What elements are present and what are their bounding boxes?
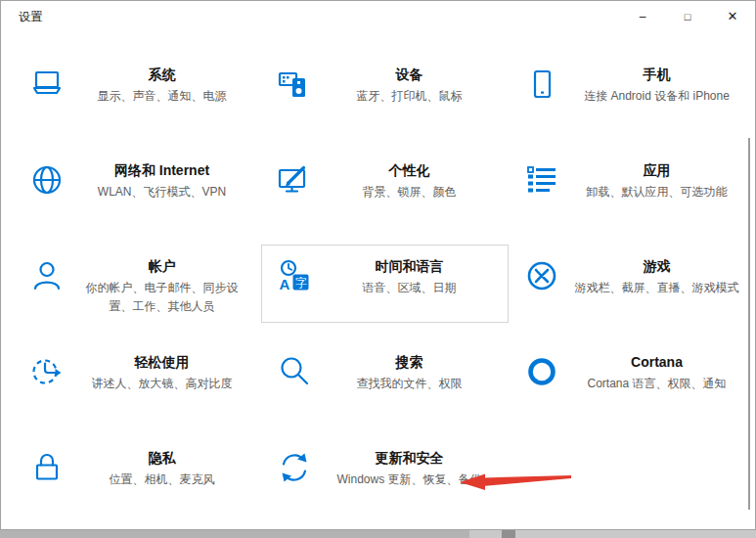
tile-title: 设备	[396, 67, 423, 82]
tile-subtitle: Cortana 语言、权限、通知	[574, 375, 739, 393]
tile-search[interactable]: 搜索 查找我的文件、权限	[261, 340, 509, 419]
svg-text:字: 字	[295, 276, 307, 290]
search-icon	[278, 355, 311, 388]
tile-title: Cortana	[631, 354, 683, 370]
clock-language-icon: A字	[278, 259, 311, 292]
app-list-icon	[525, 163, 558, 197]
tile-phone[interactable]: 手机 连接 Android 设备和 iPhone	[509, 53, 756, 131]
tile-network[interactable]: 网络和 Internet WLAN、飞行模式、VPN	[14, 149, 261, 227]
tile-title: 搜索	[396, 354, 423, 370]
bottom-edge-strip	[0, 530, 756, 538]
settings-tile-grid: 系统 显示、声音、通知、电源 设备 蓝牙、打印机、鼠标 手机 连接 Androi…	[14, 53, 756, 532]
tile-subtitle: 卸载、默认应用、可选功能	[574, 183, 739, 202]
phone-icon	[525, 67, 558, 101]
tile-subtitle: 查找我的文件、权限	[327, 375, 492, 393]
tile-subtitle: 语音、区域、日期	[327, 279, 492, 297]
person-icon	[30, 259, 64, 292]
tile-subtitle: WLAN、飞行模式、VPN	[79, 183, 245, 202]
tile-gaming[interactable]: 游戏 游戏栏、截屏、直播、游戏模式	[509, 245, 756, 323]
bottom-strip-dark-segment	[502, 530, 515, 538]
tile-title: 时间和语言	[376, 258, 444, 274]
tile-title: 应用	[644, 162, 671, 178]
tile-privacy[interactable]: 隐私 位置、相机、麦克风	[14, 436, 261, 515]
titlebar: 设置 – □ ✕	[1, 1, 755, 32]
tile-title: 网络和 Internet	[114, 162, 209, 178]
tile-subtitle: 背景、锁屏、颜色	[327, 183, 492, 202]
minimize-button[interactable]: –	[620, 1, 665, 31]
globe-icon	[30, 163, 64, 197]
tile-title: 轻松使用	[135, 354, 190, 370]
ease-of-access-icon	[30, 355, 64, 388]
xbox-icon	[525, 259, 558, 292]
tile-time-language[interactable]: A字 时间和语言 语音、区域、日期	[261, 245, 509, 323]
close-button[interactable]: ✕	[710, 1, 755, 31]
tile-devices[interactable]: 设备 蓝牙、打印机、鼠标	[261, 53, 509, 131]
monitor-pen-icon	[278, 163, 311, 197]
settings-screenshot: 设置 – □ ✕ 系统 显示、声音、通知、电源 设备 蓝牙、打印机、鼠标 手机 …	[0, 0, 756, 538]
tile-title: 个性化	[389, 162, 430, 178]
tile-subtitle: 位置、相机、麦克风	[79, 471, 245, 489]
tile-apps[interactable]: 应用 卸载、默认应用、可选功能	[509, 149, 756, 227]
laptop-icon	[30, 67, 64, 101]
tile-subtitle: Windows 更新、恢复、备份	[327, 471, 492, 489]
tile-subtitle: 讲述人、放大镜、高对比度	[79, 375, 245, 393]
tile-accounts[interactable]: 帐户 你的帐户、电子邮件、同步设置、工作、其他人员	[14, 245, 261, 323]
svg-text:A: A	[280, 276, 290, 292]
tile-subtitle: 蓝牙、打印机、鼠标	[327, 87, 492, 106]
sync-arrows-icon	[278, 451, 311, 484]
lock-icon	[30, 451, 64, 484]
maximize-button[interactable]: □	[665, 1, 710, 31]
window-controls: – □ ✕	[620, 1, 755, 31]
tile-update-security[interactable]: 更新和安全 Windows 更新、恢复、备份	[261, 436, 509, 515]
tile-title: 隐私	[149, 450, 176, 466]
tile-ease-of-access[interactable]: 轻松使用 讲述人、放大镜、高对比度	[14, 340, 261, 419]
tile-title: 游戏	[644, 258, 671, 274]
keyboard-speaker-icon	[278, 67, 311, 101]
tile-subtitle: 显示、声音、通知、电源	[79, 87, 245, 106]
vertical-scrollbar[interactable]	[748, 138, 750, 510]
tile-title: 手机	[644, 67, 671, 82]
tile-subtitle: 你的帐户、电子邮件、同步设置、工作、其他人员	[79, 279, 245, 316]
tile-title: 系统	[149, 67, 176, 82]
tile-subtitle: 连接 Android 设备和 iPhone	[574, 87, 739, 106]
cortana-ring-icon	[525, 355, 558, 388]
tile-title: 更新和安全	[376, 450, 444, 466]
settings-window: 设置 – □ ✕ 系统 显示、声音、通知、电源 设备 蓝牙、打印机、鼠标 手机 …	[0, 0, 756, 530]
tile-subtitle: 游戏栏、截屏、直播、游戏模式	[574, 279, 739, 297]
tile-title: 帐户	[149, 258, 176, 274]
tile-system[interactable]: 系统 显示、声音、通知、电源	[14, 53, 261, 131]
tile-cortana[interactable]: Cortana Cortana 语言、权限、通知	[509, 340, 756, 419]
tile-personalization[interactable]: 个性化 背景、锁屏、颜色	[261, 149, 509, 227]
window-title: 设置	[1, 9, 43, 25]
